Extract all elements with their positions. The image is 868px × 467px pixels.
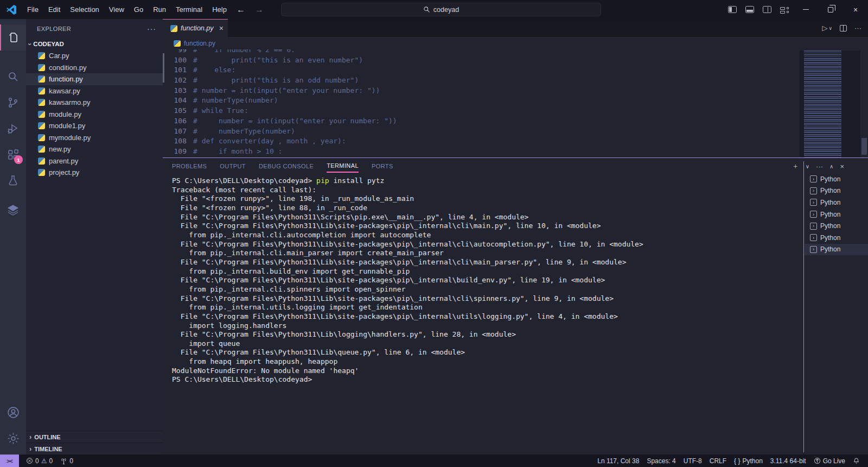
menu-item[interactable]: Terminal xyxy=(171,0,207,19)
toggle-sidebar-icon[interactable] xyxy=(728,6,737,13)
file-name: module.py xyxy=(49,110,81,118)
menu-item[interactable]: Run xyxy=(148,0,171,19)
source-control-icon[interactable] xyxy=(0,90,26,116)
panel-tab[interactable]: DEBUG CONSOLE xyxy=(259,161,314,172)
sidebar-section-header[interactable]: › TIMELINE xyxy=(26,443,163,455)
code-text: # if number % 2 == 0: xyxy=(193,49,295,55)
settings-gear-icon[interactable] xyxy=(0,425,26,451)
menu-item[interactable]: File xyxy=(22,0,43,19)
new-terminal-icon[interactable]: ＋ xyxy=(792,161,799,171)
toggle-panel-icon[interactable] xyxy=(745,6,754,13)
file-row[interactable]: new.py xyxy=(26,143,163,155)
file-row[interactable]: function.py xyxy=(26,73,163,85)
menu-item[interactable]: View xyxy=(104,0,129,19)
sidebar-sections: › OUTLINE › TIMELINE xyxy=(26,431,163,455)
terminal-list-item[interactable]: › Python xyxy=(805,220,868,232)
file-row[interactable]: kawsar.py xyxy=(26,85,163,97)
search-view-icon[interactable] xyxy=(0,64,26,90)
menu-item[interactable]: Edit xyxy=(43,0,65,19)
testing-icon[interactable] xyxy=(0,168,26,194)
file-name: function.py xyxy=(49,75,83,83)
terminal-output[interactable]: PS C:\Users\DELL\Desktop\codeyad> pip in… xyxy=(172,176,796,384)
toggle-secondary-sidebar-icon[interactable] xyxy=(763,6,771,13)
maximize-panel-icon[interactable]: ∧ xyxy=(829,163,833,169)
run-button[interactable]: ▷ ∨ xyxy=(822,24,832,32)
minimap[interactable] xyxy=(800,51,860,157)
file-row[interactable]: parent.py xyxy=(26,155,163,167)
editor-more-actions-icon[interactable]: ··· xyxy=(854,24,861,32)
ports-indicator[interactable]: 0 xyxy=(56,455,77,467)
sidebar-section-header[interactable]: › OUTLINE xyxy=(26,431,163,443)
terminal-list-item[interactable]: › Python xyxy=(805,185,868,197)
command-center-search[interactable]: codeyad xyxy=(281,3,601,16)
indentation[interactable]: Spaces: 4 xyxy=(643,455,679,467)
file-row[interactable]: module1.py xyxy=(26,120,163,132)
editor-scrollbar-thumb[interactable] xyxy=(861,138,867,155)
line-number: 100 xyxy=(163,55,193,66)
cursor-position[interactable]: Ln 117, Col 38 xyxy=(593,455,643,467)
restore-button[interactable] xyxy=(818,0,843,19)
menu-item[interactable]: Help xyxy=(207,0,232,19)
breadcrumb[interactable]: function.py xyxy=(163,37,868,49)
file-row[interactable]: kawsarmo.py xyxy=(26,97,163,109)
line-number: 102 xyxy=(163,75,193,86)
file-row[interactable]: mymodule.py xyxy=(26,132,163,144)
breadcrumb-item: function.py xyxy=(184,40,215,47)
panel-tab[interactable]: TERMINAL xyxy=(327,160,359,173)
remote-indicator[interactable]: >< xyxy=(0,455,19,467)
terminal-list-item[interactable]: › Python xyxy=(805,232,868,244)
menu-item[interactable]: Selection xyxy=(65,0,104,19)
python-interpreter[interactable]: 3.11.4 64-bit xyxy=(767,455,810,467)
panel-tab[interactable]: PROBLEMS xyxy=(172,161,207,172)
file-row[interactable]: module.py xyxy=(26,109,163,121)
line-number: 103 xyxy=(163,86,193,96)
explorer-more-actions-icon[interactable]: ··· xyxy=(147,24,156,33)
editor-actions: ▷ ∨ ··· xyxy=(822,19,861,37)
panel-more-actions-icon[interactable]: ··· xyxy=(816,162,823,171)
panel-tab[interactable]: OUTPUT xyxy=(220,161,246,172)
file-row[interactable]: Car.py xyxy=(26,50,163,62)
back-icon[interactable]: ← xyxy=(232,5,250,15)
problems-indicator[interactable]: 0 ⚠ 0 xyxy=(22,455,56,467)
extensions-icon[interactable]: 1 xyxy=(0,142,26,168)
terminal-command-line: PS C:\Users\DELL\Desktop\codeyad> pip in… xyxy=(172,176,796,186)
folder-root[interactable]: › CODEYAD xyxy=(26,38,163,50)
file-name: kawsar.py xyxy=(49,87,80,95)
notifications-bell-icon[interactable] xyxy=(849,455,864,467)
minimize-button[interactable] xyxy=(793,0,818,19)
forward-icon[interactable]: → xyxy=(250,5,269,15)
encoding[interactable]: UTF-8 xyxy=(680,455,706,467)
explorer-icon[interactable] xyxy=(0,24,26,51)
language-mode[interactable]: { } Python xyxy=(730,455,767,467)
panel-split-divider[interactable] xyxy=(803,161,804,452)
code-editor[interactable]: 99 # if number % 2 == 0: 100 # print("th… xyxy=(163,49,868,157)
editor-scrollbar[interactable] xyxy=(860,49,868,157)
terminal-dropdown-icon[interactable]: ∨ xyxy=(806,163,809,169)
account-icon[interactable] xyxy=(0,399,26,425)
menu-item[interactable]: Go xyxy=(129,0,148,19)
layers-icon[interactable] xyxy=(0,197,26,223)
file-row[interactable]: condition.py xyxy=(26,62,163,74)
close-panel-icon[interactable]: × xyxy=(840,162,844,171)
terminal-line: from pip._internal.build_env import get_… xyxy=(172,267,796,276)
close-window-button[interactable]: × xyxy=(843,0,868,19)
sidebar-scrollbar-thumb[interactable] xyxy=(163,53,164,83)
go-live-button[interactable]: Go Live xyxy=(810,455,849,467)
run-debug-icon[interactable] xyxy=(0,116,26,142)
tab-function-py[interactable]: function.py × xyxy=(163,19,228,37)
eol-sequence[interactable]: CRLF xyxy=(706,455,730,467)
customize-layout-icon[interactable] xyxy=(780,6,789,14)
terminal-list-item[interactable]: › Python xyxy=(805,173,868,185)
terminal-list-item[interactable]: › Python xyxy=(805,209,868,220)
split-editor-icon[interactable] xyxy=(840,25,847,31)
code-line: 107 # numberType(number) xyxy=(163,127,868,137)
run-dropdown-icon[interactable]: ∨ xyxy=(828,26,832,31)
chevron-right-icon: › xyxy=(29,445,31,452)
python-file-icon xyxy=(38,111,45,118)
terminal-icon: › xyxy=(810,175,817,182)
terminal-list-item[interactable]: › Python xyxy=(805,197,868,209)
terminal-list-item[interactable]: › Python xyxy=(805,244,868,256)
file-row[interactable]: project.py xyxy=(26,167,163,179)
panel-tab[interactable]: PORTS xyxy=(372,161,393,172)
tab-close-icon[interactable]: × xyxy=(219,24,224,33)
